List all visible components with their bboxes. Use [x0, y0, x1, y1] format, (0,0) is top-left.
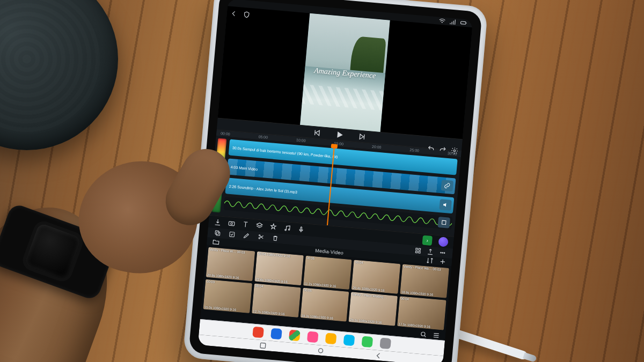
text-icon[interactable] [241, 221, 250, 229]
app-samsung[interactable] [270, 328, 282, 340]
media-clip[interactable]: 00:03 15.0s 1080x1920 9:16 [203, 279, 252, 313]
app-notes[interactable] [325, 333, 337, 345]
wifi-icon [438, 17, 446, 25]
skip-back-icon[interactable] [312, 128, 321, 137]
svg-rect-13 [416, 248, 418, 250]
grid-icon[interactable] [414, 247, 422, 255]
media-clip[interactable]: Vanity - Place Wa… 00:03 18.9s 1080x1920… [400, 264, 449, 298]
track-mute-icon[interactable] [439, 200, 452, 211]
shield-icon[interactable] [243, 11, 251, 19]
media-clip[interactable]: 00:04 20.4s 1080x1920 9:16 [352, 260, 400, 293]
search-icon[interactable] [419, 330, 427, 338]
svg-point-11 [259, 235, 260, 236]
media-clip[interactable]: 00:05 19.3s 1080x1920 9:16 [300, 287, 349, 321]
svg-point-19 [444, 253, 445, 254]
svg-point-6 [288, 229, 290, 231]
svg-rect-10 [230, 232, 235, 237]
skip-forward-icon[interactable] [357, 132, 367, 141]
track-link-icon[interactable] [441, 180, 453, 192]
svg-point-5 [285, 230, 287, 231]
layers-icon[interactable] [255, 222, 264, 230]
nav-home-icon[interactable] [316, 345, 326, 356]
play-icon[interactable] [335, 130, 344, 139]
svg-rect-16 [419, 252, 421, 254]
camera-icon[interactable] [228, 219, 236, 227]
battery-icon [459, 19, 467, 27]
tablet-screen: Amazing Experience 00:00 05:00 10:00 15:… [198, 0, 473, 362]
nav-back-icon[interactable] [373, 350, 384, 361]
scissors-icon[interactable] [257, 233, 265, 241]
svg-rect-21 [260, 343, 266, 348]
trash-icon[interactable] [272, 234, 279, 242]
export-icon[interactable] [427, 248, 434, 256]
signal-icon [449, 18, 457, 26]
settings-icon[interactable] [450, 147, 458, 155]
svg-rect-7 [301, 227, 302, 230]
undo-icon[interactable] [427, 145, 435, 153]
svg-rect-2 [442, 221, 446, 225]
record-button[interactable]: › [422, 235, 433, 246]
media-clip[interactable]: 00:05 11.2s 1080x1920 9:16 [303, 255, 352, 289]
media-clip[interactable]: 00:04 12.7s 1080x1920 9:16 [252, 283, 301, 317]
media-clip[interactable]: 00:04 1080x1920 9:16 22.6s 1080x1920 9:1… [254, 251, 303, 285]
svg-point-18 [442, 253, 443, 254]
svg-rect-15 [415, 251, 418, 253]
media-clip[interactable]: 00:04 17.5s 1080x1920 9:16 [397, 296, 446, 330]
svg-point-20 [421, 332, 426, 336]
more-icon[interactable] [439, 249, 447, 257]
svg-rect-3 [229, 222, 235, 226]
check-icon[interactable] [228, 231, 236, 238]
media-clip[interactable]: Vanity - Place Waiting … 23.1s 1080x1920… [349, 292, 398, 326]
list-view-icon[interactable] [432, 331, 440, 339]
app-phone[interactable] [361, 336, 373, 348]
redo-icon[interactable] [438, 146, 447, 154]
photo-scene: Amazing Experience 00:00 05:00 10:00 15:… [0, 0, 644, 362]
pencil-icon[interactable] [243, 232, 250, 240]
svg-point-12 [259, 238, 260, 239]
back-icon[interactable] [230, 10, 238, 18]
app-settings[interactable] [379, 338, 391, 350]
app-flipboard[interactable] [252, 327, 264, 338]
app-gallery[interactable] [307, 331, 319, 343]
svg-rect-14 [419, 248, 421, 250]
add-icon[interactable] [438, 257, 447, 265]
svg-rect-0 [460, 21, 466, 24]
audio-icon[interactable] [283, 224, 291, 232]
nav-recents-icon[interactable] [258, 340, 268, 351]
effects-icon[interactable] [269, 223, 277, 231]
ai-assist-button[interactable] [438, 237, 449, 248]
video-preview-pane[interactable]: Amazing Experience [218, 6, 473, 139]
voiceover-icon[interactable] [297, 226, 305, 234]
svg-point-17 [441, 252, 442, 253]
svg-point-4 [231, 223, 233, 225]
app-messages[interactable] [343, 335, 355, 346]
app-chrome[interactable] [289, 330, 301, 342]
svg-point-22 [318, 348, 323, 353]
ceramic-plate [0, 0, 118, 150]
preview-frame: Amazing Experience [300, 13, 390, 132]
track-expand-icon[interactable] [437, 217, 450, 228]
svg-point-1 [453, 150, 456, 152]
sort-icon[interactable] [426, 256, 434, 264]
